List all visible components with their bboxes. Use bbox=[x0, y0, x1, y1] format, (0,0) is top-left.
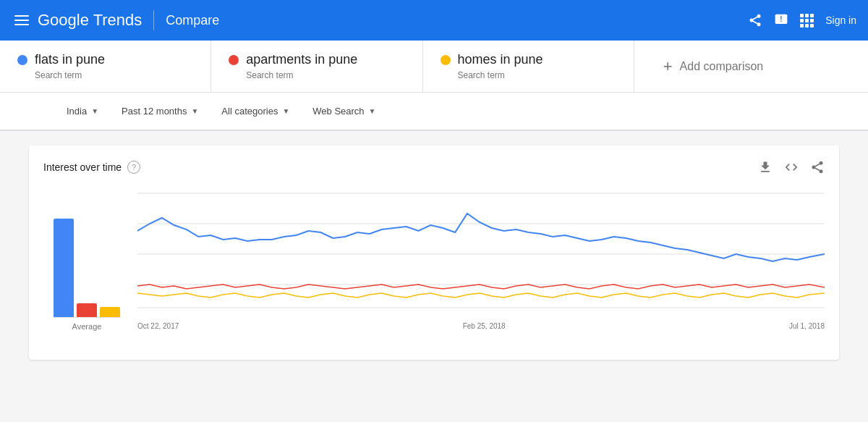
header-divider bbox=[153, 10, 154, 30]
search-term-2: apartments in pune Search term bbox=[211, 41, 422, 92]
term1-type: Search term bbox=[17, 70, 193, 80]
svg-line-10 bbox=[815, 168, 820, 170]
bar-chart-bars bbox=[54, 202, 120, 318]
category-filter[interactable]: All categories ▼ bbox=[213, 101, 298, 121]
category-chevron: ▼ bbox=[282, 107, 289, 115]
add-comparison-button[interactable]: + Add comparison bbox=[634, 46, 868, 88]
feedback-icon[interactable]: ! bbox=[774, 13, 788, 28]
chart-container: Average 100 75 50 25 bbox=[43, 186, 825, 345]
svg-point-7 bbox=[820, 161, 823, 165]
term3-dot bbox=[441, 55, 451, 65]
bar-apartments bbox=[77, 303, 97, 317]
card-share-icon[interactable] bbox=[810, 160, 825, 174]
bar-homes bbox=[100, 307, 120, 317]
svg-point-1 bbox=[750, 19, 754, 22]
card-title-group: Interest over time ? bbox=[43, 161, 140, 174]
svg-point-9 bbox=[820, 169, 823, 173]
region-filter[interactable]: India ▼ bbox=[58, 101, 107, 121]
term2-name: apartments in pune bbox=[246, 52, 357, 67]
search-terms-bar: flats in pune Search term apartments in … bbox=[0, 41, 868, 93]
time-label: Past 12 months bbox=[122, 106, 187, 117]
svg-point-8 bbox=[812, 166, 816, 169]
time-chevron: ▼ bbox=[191, 107, 198, 115]
x-label-3: Jul 1, 2018 bbox=[789, 322, 825, 330]
bar-flats bbox=[54, 219, 74, 317]
search-type-filter[interactable]: Web Search ▼ bbox=[304, 101, 384, 121]
term3-name: homes in pune bbox=[458, 52, 543, 67]
average-label: Average bbox=[72, 322, 102, 331]
region-chevron: ▼ bbox=[91, 107, 98, 115]
line-chart-area: 100 75 50 25 Oct 22, 2017 Feb 25, 2018 J… bbox=[130, 186, 825, 345]
red-line bbox=[137, 284, 825, 289]
search-type-chevron: ▼ bbox=[369, 107, 376, 115]
search-type-label: Web Search bbox=[312, 106, 364, 117]
header: Google Trends Compare ! Sign in bbox=[0, 0, 868, 41]
time-filter[interactable]: Past 12 months ▼ bbox=[113, 101, 207, 121]
category-label: All categories bbox=[221, 106, 278, 117]
main-content: Interest over time ? bbox=[0, 131, 868, 374]
line-chart-svg: 100 75 50 25 bbox=[137, 186, 825, 316]
term2-dot bbox=[229, 55, 239, 65]
yellow-line bbox=[137, 293, 825, 297]
svg-point-0 bbox=[757, 14, 761, 18]
term2-type: Search term bbox=[229, 70, 404, 80]
region-label: India bbox=[67, 106, 87, 117]
embed-icon[interactable] bbox=[784, 160, 799, 174]
term1-name: flats in pune bbox=[35, 52, 105, 67]
card-actions bbox=[758, 160, 825, 174]
help-icon[interactable]: ? bbox=[127, 161, 140, 174]
search-term-3: homes in pune Search term bbox=[423, 41, 634, 92]
svg-line-11 bbox=[815, 164, 820, 166]
add-plus-icon: + bbox=[663, 57, 673, 76]
download-icon[interactable] bbox=[758, 160, 773, 174]
add-comparison-label: Add comparison bbox=[680, 60, 764, 73]
filter-bar: India ▼ Past 12 months ▼ All categories … bbox=[0, 93, 868, 131]
x-axis-labels: Oct 22, 2017 Feb 25, 2018 Jul 1, 2018 bbox=[137, 319, 825, 330]
svg-text:!: ! bbox=[780, 15, 783, 23]
signin-button[interactable]: Sign in bbox=[825, 14, 856, 26]
search-term-1: flats in pune Search term bbox=[0, 41, 211, 92]
interest-over-time-card: Interest over time ? bbox=[29, 145, 839, 360]
svg-line-4 bbox=[753, 17, 757, 19]
menu-icon[interactable] bbox=[12, 12, 32, 28]
compare-title: Compare bbox=[166, 13, 219, 28]
logo: Google Trends bbox=[38, 11, 142, 30]
apps-icon[interactable] bbox=[800, 14, 814, 28]
x-label-2: Feb 25, 2018 bbox=[463, 322, 506, 330]
svg-point-2 bbox=[757, 22, 761, 26]
term3-type: Search term bbox=[441, 70, 616, 80]
average-bar-chart: Average bbox=[43, 186, 130, 345]
card-header: Interest over time ? bbox=[43, 160, 825, 174]
svg-line-3 bbox=[753, 21, 757, 23]
header-actions: ! Sign in bbox=[748, 13, 856, 28]
chart-title: Interest over time bbox=[43, 161, 122, 173]
term1-dot bbox=[17, 55, 27, 65]
x-label-1: Oct 22, 2017 bbox=[137, 322, 179, 330]
share-icon[interactable] bbox=[748, 13, 762, 28]
